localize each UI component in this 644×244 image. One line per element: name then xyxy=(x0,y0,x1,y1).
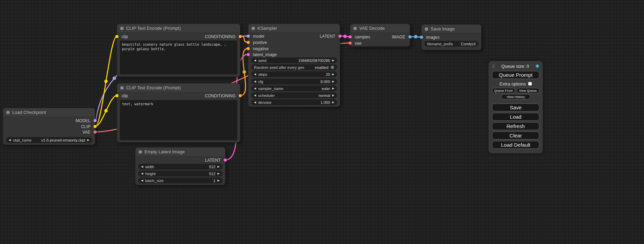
node-title-bar[interactable]: CLIP Text Encode (Prompt) xyxy=(117,24,240,33)
clear-button[interactable]: Clear xyxy=(492,132,539,139)
decrement-arrow-icon[interactable]: ◀ xyxy=(141,165,143,168)
decrement-arrow-icon[interactable]: ◀ xyxy=(254,94,256,97)
samples-input-dot[interactable] xyxy=(349,35,352,38)
output-label-conditioning: CONDITIONING xyxy=(205,93,236,98)
collapse-dot-icon[interactable] xyxy=(139,150,142,154)
node-load-checkpoint[interactable]: Load Checkpoint MODEL CLIP VAE ◀ ckpt_na… xyxy=(3,108,95,145)
filename-prefix-widget[interactable]: filename_prefix ComfyUI xyxy=(424,41,478,47)
increment-arrow-icon[interactable]: ▶ xyxy=(332,59,334,62)
cfg-widget[interactable]: ◀ cfg 8.000 ▶ xyxy=(251,79,337,84)
image-output-dot[interactable] xyxy=(408,35,412,38)
increment-arrow-icon[interactable]: ▶ xyxy=(218,172,220,175)
queue-prompt-button[interactable]: Queue Prompt xyxy=(492,71,539,79)
node-title-bar[interactable]: VAE Decode xyxy=(350,24,410,33)
steps-widget[interactable]: ◀ steps 20 ▶ xyxy=(251,71,337,77)
positive-input-dot[interactable] xyxy=(247,41,250,44)
increment-arrow-icon[interactable]: ▶ xyxy=(87,139,89,142)
link-dot-clip-negative xyxy=(104,109,108,112)
collapse-dot-icon[interactable] xyxy=(425,27,428,31)
increment-arrow-icon[interactable]: ▶ xyxy=(218,165,220,168)
widget-name: denoise xyxy=(258,100,272,105)
decrement-arrow-icon[interactable]: ◀ xyxy=(141,172,143,175)
latent-output-dot[interactable] xyxy=(338,35,342,38)
node-title: Load Checkpoint xyxy=(12,110,46,115)
clip-input-dot[interactable] xyxy=(115,35,118,38)
queue-panel: ⣿ Queue size: 0 ✱ Queue Prompt Extra opt… xyxy=(488,61,543,153)
denoise-widget[interactable]: ◀ denoise 1.000 ▶ xyxy=(251,99,337,105)
settings-gear-icon[interactable]: ✱ xyxy=(535,64,539,69)
clip-output-dot[interactable] xyxy=(94,125,97,128)
widget-name: width xyxy=(145,165,154,169)
random-seed-toggle[interactable] xyxy=(330,65,334,69)
node-title-bar[interactable]: Load Checkpoint xyxy=(3,108,95,117)
node-graph-canvas[interactable]: Load Checkpoint MODEL CLIP VAE ◀ ckpt_na… xyxy=(0,0,644,244)
increment-arrow-icon[interactable]: ▶ xyxy=(332,87,334,90)
increment-arrow-icon[interactable]: ▶ xyxy=(332,73,334,76)
output-label-clip: CLIP xyxy=(81,124,90,129)
clip-input-dot[interactable] xyxy=(115,94,118,97)
input-label-negative: negative xyxy=(253,46,268,51)
extra-options-checkbox[interactable] xyxy=(528,82,532,85)
decrement-arrow-icon[interactable]: ◀ xyxy=(9,139,11,142)
node-clip-text-encode-negative[interactable]: CLIP Text Encode (Prompt) clip CONDITION… xyxy=(117,83,240,143)
decrement-arrow-icon[interactable]: ◀ xyxy=(254,101,256,104)
node-vae-decode[interactable]: VAE Decode samples vae IMAGE xyxy=(350,24,410,47)
widget-value: ComfyUI xyxy=(455,42,476,46)
view-history-button[interactable]: View History xyxy=(501,94,530,99)
queue-front-button[interactable]: Queue Front xyxy=(492,88,515,93)
node-title-bar[interactable]: KSampler xyxy=(248,24,340,33)
widget-name: seed xyxy=(258,58,266,63)
node-title-bar[interactable]: CLIP Text Encode (Prompt) xyxy=(117,83,240,92)
view-queue-button[interactable]: View Queue xyxy=(517,88,540,93)
model-output-dot[interactable] xyxy=(94,119,97,122)
vae-input-dot[interactable] xyxy=(349,42,352,45)
decrement-arrow-icon[interactable]: ◀ xyxy=(254,87,256,90)
increment-arrow-icon[interactable]: ▶ xyxy=(332,80,334,83)
decrement-arrow-icon[interactable]: ◀ xyxy=(254,80,256,83)
node-clip-text-encode-positive[interactable]: CLIP Text Encode (Prompt) clip CONDITION… xyxy=(117,24,240,77)
collapse-dot-icon[interactable] xyxy=(353,27,357,30)
decrement-arrow-icon[interactable]: ◀ xyxy=(141,179,143,182)
batch-size-widget[interactable]: ◀ batch_size 1 ▶ xyxy=(138,178,222,183)
collapse-dot-icon[interactable] xyxy=(6,111,10,114)
node-empty-latent-image[interactable]: Empty Latent Image LATENT ◀ width 512 ▶ … xyxy=(135,147,226,185)
link-dot-model xyxy=(113,76,116,80)
increment-arrow-icon[interactable]: ▶ xyxy=(332,94,334,97)
drag-handle-icon[interactable]: ⣿ xyxy=(492,64,495,68)
refresh-button[interactable]: Refresh xyxy=(492,122,539,130)
node-save-image[interactable]: Save Image images filename_prefix ComfyU… xyxy=(421,24,482,50)
negative-prompt-textarea[interactable]: text, watermark xyxy=(120,100,237,140)
collapse-dot-icon[interactable] xyxy=(120,86,124,90)
load-default-button[interactable]: Load Default xyxy=(492,141,539,149)
collapse-dot-icon[interactable] xyxy=(252,27,255,30)
node-ksampler[interactable]: KSampler model positive negative latent_… xyxy=(248,24,340,107)
positive-prompt-textarea[interactable]: beautiful scenery nature glass bottle la… xyxy=(120,40,237,74)
scheduler-widget[interactable]: ◀ scheduler normal ▶ xyxy=(251,92,337,98)
vae-output-dot[interactable] xyxy=(94,130,97,134)
latent-image-input-dot[interactable] xyxy=(247,53,250,56)
ckpt-name-widget[interactable]: ◀ ckpt_name v1-5-pruned-emaonly.ckpt ▶ xyxy=(6,137,92,143)
sampler-name-widget[interactable]: ◀ sampler_name euler ▶ xyxy=(251,85,337,91)
increment-arrow-icon[interactable]: ▶ xyxy=(218,179,220,182)
model-input-dot[interactable] xyxy=(247,35,250,38)
node-title-bar[interactable]: Save Image xyxy=(422,25,481,34)
node-title: CLIP Text Encode (Prompt) xyxy=(126,26,181,31)
decrement-arrow-icon[interactable]: ◀ xyxy=(254,59,256,62)
width-widget[interactable]: ◀ width 512 ▶ xyxy=(138,164,222,170)
node-title-bar[interactable]: Empty Latent Image xyxy=(135,147,225,156)
seed-widget[interactable]: ◀ seed 156680208700286 ▶ xyxy=(251,57,337,63)
load-button[interactable]: Load xyxy=(492,113,539,121)
save-button[interactable]: Save xyxy=(492,103,539,111)
height-widget[interactable]: ◀ height 512 ▶ xyxy=(138,171,222,177)
latent-output-dot[interactable] xyxy=(224,159,227,162)
negative-input-dot[interactable] xyxy=(247,47,250,50)
widget-value: euler xyxy=(285,87,330,91)
output-label-latent: LATENT xyxy=(205,158,221,163)
conditioning-output-dot[interactable] xyxy=(239,94,242,97)
images-input-dot[interactable] xyxy=(420,36,423,39)
conditioning-output-dot[interactable] xyxy=(239,35,242,38)
decrement-arrow-icon[interactable]: ◀ xyxy=(254,73,256,76)
increment-arrow-icon[interactable]: ▶ xyxy=(332,101,334,104)
collapse-dot-icon[interactable] xyxy=(120,27,124,30)
random-seed-widget[interactable]: Random seed after every gen enabled xyxy=(251,64,337,70)
